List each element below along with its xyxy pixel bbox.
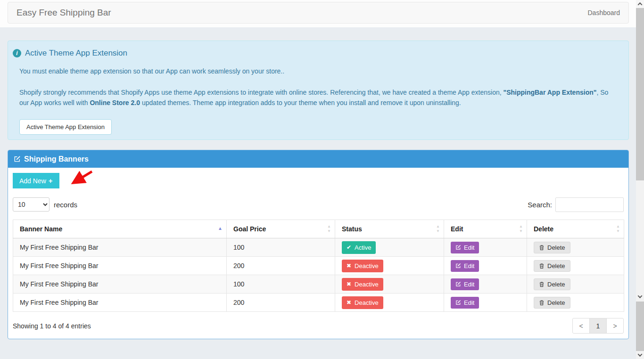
info-panel-title: Active Theme App Extension	[25, 49, 127, 58]
status-label: Deactive	[355, 262, 379, 269]
sort-ascending-icon: ▲	[218, 226, 223, 231]
sort-down-icon: ▼	[436, 229, 440, 234]
edit-pencil-icon	[455, 263, 461, 269]
dashboard-link[interactable]: Dashboard	[588, 9, 620, 16]
banner-name-cell: My First Free Shipping Bar	[13, 257, 227, 275]
records-label: records	[54, 201, 77, 209]
red-arrow-annotation	[63, 168, 100, 189]
pagination-prev-button[interactable]: <	[572, 318, 590, 334]
sort-up-icon: ▲	[436, 224, 440, 229]
active-theme-extension-button[interactable]: Active Theme App Extension	[19, 119, 112, 135]
showing-entries-text: Showing 1 to 4 of 4 entries	[13, 322, 91, 330]
shipping-banners-panel: Shipping Banners Add New+ 10 records Sea…	[8, 150, 629, 339]
edit-label: Edit	[464, 281, 474, 288]
edit-cell: Edit	[444, 294, 527, 312]
vertical-scrollbar[interactable]	[636, 0, 644, 359]
edit-label: Edit	[464, 244, 474, 251]
info-paragraph-part: Shopify strongly recommends that Shopify…	[19, 89, 504, 96]
goal-price-cell: 100	[227, 238, 335, 257]
delete-button[interactable]: Delete	[534, 242, 570, 253]
scrollbar-up-arrow[interactable]	[636, 0, 644, 8]
edit-pencil-icon	[455, 300, 461, 305]
edit-label: Edit	[464, 299, 474, 306]
pagination-next-button[interactable]: >	[606, 318, 624, 334]
column-label: Goal Price	[233, 225, 266, 233]
delete-cell: Delete	[527, 238, 624, 257]
scrollbar-bottom-arrow[interactable]	[636, 351, 644, 359]
app-header: Easy Free Shipping Bar Dashboard	[8, 2, 629, 24]
edit-button[interactable]: Edit	[451, 278, 479, 290]
status-cell: ✖Deactive	[335, 294, 444, 312]
status-cell: ✖Deactive	[335, 275, 444, 294]
page-title: Easy Free Shipping Bar	[17, 8, 111, 18]
trash-icon	[539, 245, 545, 251]
sort-up-icon: ▲	[327, 224, 331, 229]
column-label: Edit	[451, 225, 463, 233]
edit-button[interactable]: Edit	[451, 260, 479, 272]
edit-pencil-icon	[455, 245, 461, 250]
table-row: My First Free Shipping Bar 100 ✔Active E…	[13, 238, 624, 257]
trash-icon	[539, 263, 545, 269]
records-per-page-select[interactable]: 10	[13, 197, 50, 212]
column-header-status[interactable]: Status▲▼	[335, 220, 444, 238]
info-icon: i	[13, 49, 21, 57]
table-row: My First Free Shipping Bar 100 ✖Deactive…	[13, 275, 624, 294]
table-row: My First Free Shipping Bar 200 ✖Deactive…	[13, 257, 624, 275]
info-line1: You must enable theme app extension so t…	[19, 67, 617, 75]
column-label: Status	[342, 225, 362, 233]
info-panel-title-row: i Active Theme App Extension	[13, 49, 617, 58]
delete-button[interactable]: Delete	[534, 278, 570, 290]
check-icon: ✔	[347, 244, 351, 251]
sort-down-icon: ▼	[616, 229, 620, 234]
table-controls-row: 10 records Search:	[13, 197, 624, 212]
status-badge-deactive: ✖Deactive	[342, 278, 383, 291]
info-paragraph: Shopify strongly recommends that Shopify…	[19, 87, 617, 108]
edit-square-icon	[14, 155, 21, 163]
goal-price-cell: 100	[227, 275, 335, 294]
delete-label: Delete	[547, 299, 565, 306]
banner-name-cell: My First Free Shipping Bar	[13, 275, 227, 294]
chevron-up-icon	[638, 2, 643, 7]
delete-button[interactable]: Delete	[534, 260, 570, 272]
scrollbar-down-arrow[interactable]	[636, 293, 644, 301]
edit-button[interactable]: Edit	[451, 297, 479, 309]
edit-cell: Edit	[444, 275, 527, 294]
column-header-edit[interactable]: Edit▲▼	[444, 220, 527, 238]
banner-name-cell: My First Free Shipping Bar	[13, 238, 227, 257]
shipping-banners-header: Shipping Banners	[8, 150, 628, 168]
pagination-page-1-button[interactable]: 1	[589, 318, 607, 334]
banners-table: Banner Name▲ Goal Price▲▼ Status▲▼ Edit▲…	[13, 220, 624, 312]
edit-button[interactable]: Edit	[451, 242, 479, 253]
search-control: Search:	[528, 197, 624, 212]
sort-up-icon: ▲	[519, 224, 523, 229]
delete-button[interactable]: Delete	[534, 297, 570, 309]
info-paragraph-bold: Online Store 2.0	[90, 99, 140, 106]
add-new-button[interactable]: Add New+	[13, 173, 59, 188]
delete-cell: Delete	[527, 257, 624, 275]
info-panel: i Active Theme App Extension You must en…	[8, 41, 629, 140]
status-badge-active: ✔Active	[342, 241, 376, 254]
column-header-delete[interactable]: Delete▲▼	[527, 220, 624, 238]
scrollbar-thumb-secondary[interactable]	[636, 302, 644, 351]
table-row: My First Free Shipping Bar 200 ✖Deactive…	[13, 294, 624, 312]
column-header-goal-price[interactable]: Goal Price▲▼	[227, 220, 335, 238]
info-paragraph-bold: "ShippingBar App Extension"	[504, 89, 597, 96]
cross-icon: ✖	[347, 281, 351, 287]
sort-icon: ▲▼	[519, 224, 523, 234]
column-label: Banner Name	[20, 225, 62, 233]
sort-icon: ▲▼	[616, 224, 620, 234]
trash-icon	[539, 281, 545, 287]
search-input[interactable]	[555, 197, 624, 212]
plus-icon: +	[49, 177, 53, 185]
chevron-down-icon	[638, 352, 643, 357]
add-new-label: Add New	[19, 177, 46, 185]
edit-cell: Edit	[444, 257, 527, 275]
cross-icon: ✖	[347, 262, 351, 269]
scrollbar-thumb[interactable]	[636, 8, 644, 180]
status-label: Deactive	[355, 299, 379, 306]
chevron-down-icon	[638, 294, 643, 298]
status-cell: ✖Deactive	[335, 257, 444, 275]
sort-down-icon: ▼	[519, 229, 523, 234]
column-header-banner-name[interactable]: Banner Name▲	[13, 220, 227, 238]
cross-icon: ✖	[347, 299, 351, 306]
